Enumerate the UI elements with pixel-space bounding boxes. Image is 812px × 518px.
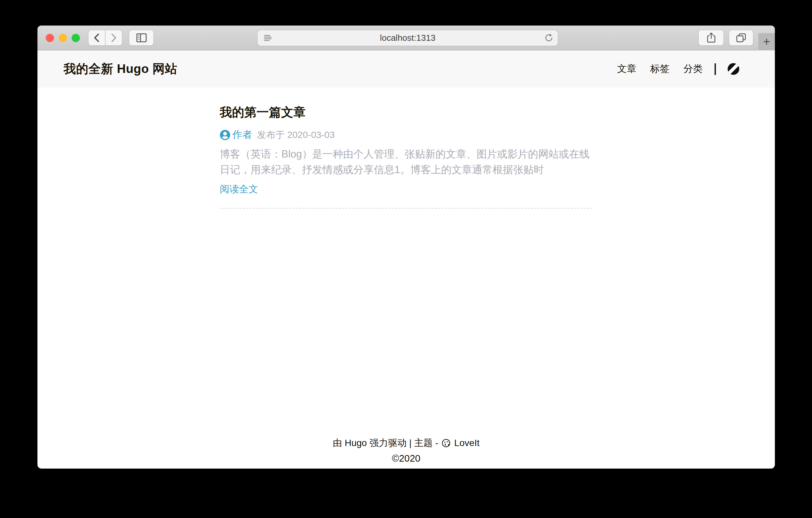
main-content: 我的第一篇文章 作者 发布于 2020-03-03 博客（英语：Blog）是一种… — [37, 87, 775, 437]
nav-item-tags[interactable]: 标签 — [650, 62, 669, 76]
site-nav: 文章 标签 分类 — [603, 62, 740, 76]
post-published-date: 发布于 2020-03-03 — [257, 129, 335, 141]
footer-copyright: ©2020 — [37, 453, 775, 464]
new-tab-button[interactable]: + — [758, 33, 775, 50]
post-divider — [220, 208, 592, 209]
footer-powered-text: 由 Hugo 强力驱动 | 主题 - — [333, 437, 438, 449]
address-bar[interactable]: localhost:1313 — [258, 30, 558, 46]
reader-view-icon[interactable] — [263, 34, 273, 43]
reload-icon[interactable] — [544, 33, 554, 43]
back-button[interactable] — [88, 30, 105, 46]
forward-button[interactable] — [106, 30, 122, 46]
tab-overview-button[interactable] — [729, 30, 753, 46]
share-icon — [706, 32, 716, 44]
address-bar-url[interactable]: localhost:1313 — [380, 33, 435, 43]
zoom-window-button[interactable] — [71, 34, 80, 42]
nav-item-posts[interactable]: 文章 — [617, 62, 636, 76]
kiss-wink-heart-icon — [441, 438, 452, 448]
author-avatar-icon — [220, 130, 230, 140]
forward-chevron-icon — [109, 33, 118, 43]
nav-divider — [715, 63, 716, 75]
site-title[interactable]: 我的全新 Hugo 网站 — [64, 61, 177, 77]
plus-icon: + — [763, 35, 770, 49]
read-more-link[interactable]: 阅读全文 — [220, 183, 258, 196]
minimize-window-button[interactable] — [59, 34, 67, 42]
post-meta: 作者 发布于 2020-03-03 — [220, 128, 592, 142]
site-header: 我的全新 Hugo 网站 文章 标签 分类 — [37, 50, 775, 87]
nav-item-categories[interactable]: 分类 — [684, 62, 703, 76]
post-title-link[interactable]: 我的第一篇文章 — [220, 104, 592, 121]
sidebar-toggle-button[interactable] — [129, 30, 153, 46]
share-button[interactable] — [699, 30, 724, 46]
post-summary-card: 我的第一篇文章 作者 发布于 2020-03-03 博客（英语：Blog）是一种… — [220, 87, 592, 209]
browser-window: localhost:1313 — [37, 26, 775, 469]
footer-powered-line: 由 Hugo 强力驱动 | 主题 - LoveIt — [37, 437, 775, 449]
post-excerpt: 博客（英语：Blog）是一种由个人管理、张贴新的文章、图片或影片的网站或在线日记… — [220, 146, 592, 178]
tabs-icon — [735, 32, 747, 43]
back-chevron-icon — [92, 33, 101, 43]
close-window-button[interactable] — [46, 34, 54, 42]
site-footer: 由 Hugo 强力驱动 | 主题 - LoveIt ©2020 — [37, 437, 775, 469]
theme-toggle-icon[interactable] — [727, 63, 740, 75]
browser-toolbar: localhost:1313 — [37, 26, 775, 50]
author-link[interactable]: 作者 — [232, 128, 252, 142]
footer-theme-link[interactable]: LoveIt — [454, 438, 480, 448]
sidebar-icon — [136, 32, 147, 43]
